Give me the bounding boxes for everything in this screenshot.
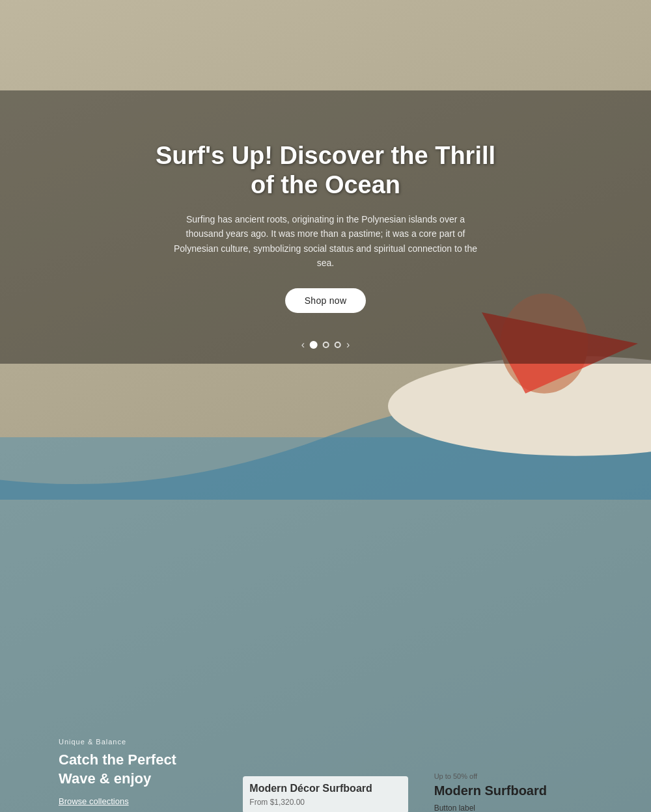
banner-right-bottom-link[interactable]: Button label xyxy=(434,804,475,813)
hero-description: Surfing has ancient roots, originating i… xyxy=(169,212,482,271)
hero-prev-button[interactable]: ‹ xyxy=(301,339,305,351)
hero-section: Surf's Up! Discover the Thrill of the Oc… xyxy=(0,90,651,364)
banner-right-bottom: Up to 50% off Modern Surfboard Button la… xyxy=(421,745,612,813)
banner-right-bottom-badge: Up to 50% off xyxy=(434,772,599,780)
hero-dot-3[interactable] xyxy=(335,342,341,348)
banner-mid-title: Modern Décor Surfboard xyxy=(249,783,401,794)
banner-left-tag: Unique & Balance xyxy=(59,738,210,746)
banner-right-bottom-title: Modern Surfboard xyxy=(434,783,599,798)
hero-dot-1[interactable] xyxy=(310,341,318,349)
hero-slider-dots: ‹ › xyxy=(301,339,350,351)
banner-left-title: Catch the Perfect Wave & enjoy xyxy=(59,751,210,788)
hero-content: Surf's Up! Discover the Thrill of the Oc… xyxy=(130,141,521,314)
hero-dot-2[interactable] xyxy=(323,342,329,348)
hero-next-button[interactable]: › xyxy=(346,339,350,351)
banner-left-link[interactable]: Browse collections xyxy=(59,796,129,806)
banner-section: Unique & Balance Catch the Perfect Wave … xyxy=(0,664,651,813)
hero-title: Surf's Up! Discover the Thrill of the Oc… xyxy=(143,141,508,200)
banner-mid-subtitle: From $1,320.00 xyxy=(249,798,401,807)
shop-now-button[interactable]: Shop now xyxy=(285,288,367,313)
banner-right: ▶ PLAY VIDEO xyxy=(421,664,612,813)
